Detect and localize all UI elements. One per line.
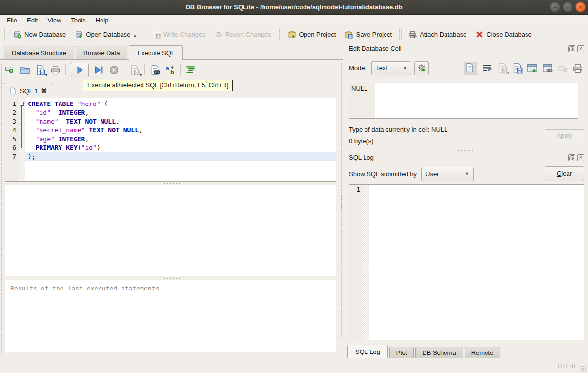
- log-line-number: 1: [349, 186, 360, 194]
- execute-all-button[interactable]: [71, 63, 89, 77]
- mode-combobox[interactable]: Text ▼: [371, 61, 411, 75]
- app-window: DB Browser for SQLite - /home/user/code/…: [0, 0, 588, 373]
- code-line[interactable]: "secret_name" TEXT NOT NULL,: [25, 126, 336, 135]
- menu-edit[interactable]: Edit: [22, 16, 42, 25]
- cell-editor[interactable]: NULL: [349, 83, 578, 119]
- import-data-icon[interactable]: ▾: [497, 63, 507, 74]
- clear-log-button[interactable]: Clear: [545, 166, 584, 181]
- code-line[interactable]: "name" TEXT NOT NULL,: [25, 117, 336, 126]
- find-icon[interactable]: [150, 65, 160, 75]
- mode-value: Text: [376, 64, 397, 72]
- resize-grip[interactable]: [581, 366, 587, 372]
- auto-switch-mode-button[interactable]: [414, 61, 429, 75]
- code-line[interactable]: "age" INTEGER,: [25, 135, 336, 144]
- toolbar-drag-handle[interactable]: [3, 28, 6, 40]
- toolbar-separator: [144, 64, 145, 75]
- save-project-button[interactable]: Save Project: [340, 28, 396, 41]
- code-line[interactable]: PRIMARY KEY("id"): [25, 144, 336, 152]
- code-line[interactable]: );: [25, 152, 336, 161]
- save-sql-file-icon[interactable]: ▾: [35, 65, 45, 75]
- new-database-icon: [13, 30, 21, 39]
- open-project-icon: [288, 30, 296, 39]
- fold-collapse-icon[interactable]: [20, 102, 24, 106]
- text-mode-icon[interactable]: [464, 62, 477, 75]
- sql-log-view[interactable]: 1: [349, 184, 584, 340]
- main-tabbar: Database Structure Browse Data Execute S…: [0, 43, 343, 60]
- tab-db-schema[interactable]: DB Schema: [415, 347, 463, 359]
- tab-browse-data[interactable]: Browse Data: [76, 46, 127, 59]
- float-panel-button[interactable]: [568, 154, 575, 161]
- sql-file-tab[interactable]: SQL 1 ✖: [4, 83, 52, 98]
- toolbar-drag-handle[interactable]: [399, 28, 402, 40]
- tab-sql-log[interactable]: SQL Log: [347, 345, 388, 359]
- close-panel-button[interactable]: ×: [577, 45, 584, 52]
- sql-editor[interactable]: 1234567 CREATE TABLE "hero" ( "id" INTEG…: [5, 98, 336, 182]
- minimize-button[interactable]: −: [550, 2, 560, 12]
- panel-splitter-handle[interactable]: [457, 150, 473, 152]
- close-database-icon: [475, 30, 484, 39]
- new-database-button[interactable]: New Database: [9, 28, 70, 41]
- float-panel-button[interactable]: [568, 45, 575, 52]
- close-sql-tab-icon[interactable]: ✖: [41, 87, 47, 94]
- execute-line-icon[interactable]: [94, 65, 104, 75]
- close-database-button[interactable]: Close Database: [471, 28, 536, 41]
- window-controls: − □ ×: [550, 2, 586, 12]
- link-icon[interactable]: [542, 63, 553, 74]
- stop-icon[interactable]: [109, 65, 119, 75]
- fold-guide-corner: [21, 148, 24, 148]
- close-button[interactable]: ×: [575, 2, 586, 12]
- submitted-by-value: User: [426, 170, 459, 178]
- dock-drag-handle[interactable]: [0, 63, 3, 354]
- code-line[interactable]: "id" INTEGER,: [25, 108, 336, 117]
- results-message-pane[interactable]: Results of the last executed statements: [5, 280, 336, 352]
- titlebar[interactable]: DB Browser for SQLite - /home/user/code/…: [0, 0, 588, 15]
- replace-icon[interactable]: [165, 65, 175, 75]
- revert-changes-button[interactable]: Revert Changes: [210, 28, 276, 41]
- set-null-icon[interactable]: [557, 63, 568, 74]
- cell-editor-text-area[interactable]: [375, 83, 578, 118]
- edit-cell-icons: ▾: [464, 62, 583, 75]
- open-external-icon[interactable]: [527, 63, 538, 74]
- toolbar-drag-handle[interactable]: [278, 28, 281, 40]
- editor-code[interactable]: CREATE TABLE "hero" ( "id" INTEGER, "nam…: [25, 98, 336, 181]
- results-placeholder: Results of the last executed statements: [5, 280, 336, 296]
- menu-view[interactable]: View: [42, 16, 66, 25]
- attach-database-button[interactable]: Attach Database: [404, 28, 471, 41]
- editor-fold-margin[interactable]: [19, 98, 25, 181]
- format-icon[interactable]: [185, 65, 196, 75]
- new-tab-icon[interactable]: [5, 65, 15, 75]
- submitted-by-combobox[interactable]: User ▼: [421, 167, 474, 181]
- tab-plot[interactable]: Plot: [389, 347, 414, 359]
- log-text-area[interactable]: [369, 185, 584, 340]
- tab-remote[interactable]: Remote: [465, 347, 501, 359]
- results-grid-pane[interactable]: [5, 185, 336, 276]
- execute-sql-page: ▾ ▾ Execute all/selected SQL [Ctrl+Retur…: [0, 60, 343, 358]
- save-results-icon[interactable]: ▾: [129, 65, 140, 75]
- menu-help[interactable]: Help: [91, 16, 114, 25]
- bottom-tabbar: SQL Log Plot DB Schema Remote: [347, 345, 500, 359]
- close-panel-icon: ×: [579, 46, 582, 51]
- maximize-button[interactable]: □: [563, 2, 573, 12]
- sql-log-title: SQL Log: [349, 154, 568, 161]
- print-cell-icon[interactable]: [572, 63, 583, 74]
- edit-cell-toolbar: Mode: Text ▼ ▾: [349, 61, 583, 75]
- open-project-button[interactable]: Open Project: [284, 28, 341, 41]
- tab-database-structure[interactable]: Database Structure: [4, 46, 74, 59]
- open-sql-file-icon[interactable]: [20, 65, 30, 75]
- export-data-icon[interactable]: [512, 63, 523, 74]
- write-changes-button[interactable]: Write Changes: [148, 28, 210, 41]
- word-wrap-icon[interactable]: [482, 63, 492, 74]
- menu-file[interactable]: File: [2, 16, 22, 25]
- tab-execute-sql[interactable]: Execute SQL: [129, 45, 183, 60]
- close-panel-icon: ×: [579, 155, 582, 160]
- dock-splitter-handle[interactable]: [341, 195, 343, 211]
- close-panel-button[interactable]: ×: [577, 154, 584, 161]
- sql-file-tab-label: SQL 1: [20, 87, 38, 95]
- editor-gutter: 1234567: [5, 98, 19, 181]
- print-icon[interactable]: [50, 65, 61, 75]
- apply-button[interactable]: Apply: [545, 129, 584, 142]
- menu-tools[interactable]: Tools: [66, 16, 90, 25]
- open-database-button[interactable]: Open Database ▾: [70, 28, 141, 41]
- open-database-dropdown-arrow[interactable]: ▾: [134, 34, 136, 39]
- code-line[interactable]: CREATE TABLE "hero" (: [25, 100, 336, 108]
